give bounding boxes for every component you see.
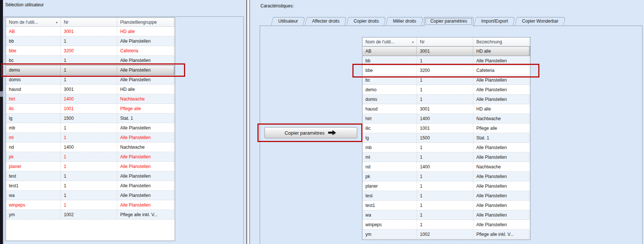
table-cell: AB	[362, 46, 417, 56]
table-cell: 1	[417, 75, 473, 85]
table-cell: Alle Planstellen	[473, 95, 529, 104]
table-cell: Alle Planstellen	[473, 143, 529, 152]
table-row[interactable]: winpeps1Alle Planstellen	[6, 200, 175, 210]
table-cell: Pflege alle inkl. V...	[473, 230, 529, 239]
table-row[interactable]: bbe3200Cafeteria	[6, 46, 175, 56]
table-cell: test1	[362, 201, 417, 210]
table-cell: HD alle	[473, 104, 529, 114]
table-row[interactable]: planer1Alle Planstellen	[6, 162, 175, 171]
table-row[interactable]: wa1Alle Planstellen	[362, 210, 530, 220]
table-cell: Alle Planstellen	[117, 162, 174, 171]
table-row[interactable]: mb1Alle Planstellen	[6, 123, 175, 133]
table-cell: Alle Planstellen	[117, 36, 174, 46]
table-row[interactable]: domis1Alle Planstellen	[362, 95, 530, 104]
table-cell: ml	[362, 152, 417, 162]
table-cell: test1	[6, 181, 61, 191]
table-cell: bbe	[362, 66, 417, 75]
table-cell: Alle Planstellen	[117, 152, 174, 162]
table-cell: Nachtwache	[117, 94, 174, 104]
table-cell: Cafeteria	[473, 66, 529, 75]
column-header-label: Nom de l'utili...	[365, 39, 394, 44]
column-header[interactable]: Bezeichnung	[473, 37, 529, 46]
table-cell: 1002	[417, 230, 473, 239]
table-cell: Nachtwache	[473, 162, 529, 172]
column-header[interactable]: Nr	[417, 37, 473, 46]
user-selection-table[interactable]: Nom de l'utili...▲NrPlanstelllengruppeAB…	[6, 17, 175, 241]
column-header[interactable]: Nr	[61, 18, 117, 26]
table-row[interactable]: test1Alle Planstellen	[362, 191, 530, 201]
table-cell: wa	[6, 191, 61, 200]
column-header[interactable]: Nom de l'utili...▲	[362, 37, 417, 46]
column-header-label: Nr	[420, 39, 425, 44]
table-row[interactable]: test11Alle Planstellen	[6, 181, 175, 191]
table-row[interactable]: ym1002Pflege alle inkl. V...	[362, 230, 530, 239]
table-row[interactable]: hirt1400Nachtwache	[6, 94, 175, 104]
table-row[interactable]: ym1002Pflege alle inkl. V...	[6, 210, 175, 220]
table-row[interactable]: pk1Alle Planstellen	[362, 172, 530, 181]
table-row[interactable]: winpeps1Alle Planstellen	[362, 220, 530, 230]
table-cell: 1	[61, 200, 117, 210]
table-cell: bb	[6, 36, 61, 46]
table-cell: Alle Planstellen	[473, 172, 529, 181]
table-row[interactable]: hausd3001HD alle	[6, 85, 175, 94]
table-cell: Stat. 1	[117, 113, 174, 123]
table-row[interactable]: bb1Alle Planstellen	[362, 56, 530, 66]
table-row[interactable]: AB3001HD alle	[362, 46, 530, 56]
table-cell: 1	[61, 36, 117, 46]
copy-target-table[interactable]: Nom de l'utili...▲NrBezeichnungAB3001HD …	[362, 37, 530, 240]
table-cell: 3001	[61, 27, 117, 36]
table-row[interactable]: ml1Alle Planstellen	[362, 152, 530, 162]
column-header-label: Nom de l'utili...	[9, 20, 38, 25]
table-row[interactable]: demo1Alle Planstellen	[362, 85, 530, 95]
table-row[interactable]: test1Alle Planstellen	[6, 171, 175, 181]
column-header[interactable]: Nom de l'utili...▲	[6, 18, 61, 26]
table-row[interactable]: planer1Alle Planstellen	[362, 181, 530, 191]
tab-m-ler-droits[interactable]: Mêler droits	[387, 17, 423, 26]
table-row[interactable]: ilic1001Pflege alle	[362, 123, 530, 133]
tab-copier-param-tres[interactable]: Copier paramètres	[424, 17, 473, 26]
table-cell: Alle Planstellen	[473, 220, 529, 230]
table-row[interactable]: nd1400Nachtwache	[362, 162, 530, 172]
table-row[interactable]: lg1500Stat. 1	[362, 133, 530, 143]
table-cell: 1	[417, 172, 473, 181]
table-row[interactable]: AB3001HD alle	[6, 27, 175, 36]
table-row[interactable]: hirt1400Nachtwache	[362, 114, 530, 123]
table-row[interactable]: wa1Alle Planstellen	[6, 191, 175, 200]
column-header[interactable]: Planstelllengruppe	[117, 18, 174, 26]
table-row[interactable]: ml1Alle Planstellen	[6, 133, 175, 142]
table-cell: 1400	[61, 142, 117, 152]
table-row[interactable]: test11Alle Planstellen	[362, 201, 530, 210]
pane-splitter[interactable]	[246, 0, 250, 244]
table-cell: 1400	[61, 94, 117, 104]
table-row[interactable]: domis1Alle Planstellen	[6, 75, 175, 85]
table-cell: winpeps	[6, 200, 61, 210]
table-cell: 1	[417, 181, 473, 191]
table-row[interactable]: bc1Alle Planstellen	[6, 56, 175, 65]
table-row[interactable]: mb1Alle Planstellen	[362, 143, 530, 152]
table-cell: 1500	[417, 133, 473, 143]
table-cell: ym	[6, 210, 61, 220]
table-cell: nd	[362, 162, 417, 172]
table-row[interactable]: bb1Alle Planstellen	[6, 36, 175, 46]
tab-copier-droits[interactable]: Copier droits	[347, 17, 385, 26]
tab-copier-wonderbar[interactable]: Copier Wonderbar	[516, 17, 565, 26]
table-row[interactable]: ilic1001Pflege alle	[6, 104, 175, 113]
tab-utilisateur[interactable]: Utilisateur	[272, 17, 304, 26]
tab-import-export[interactable]: Import/Export	[475, 17, 514, 26]
table-cell: planer	[6, 162, 61, 171]
table-cell: Alle Planstellen	[473, 191, 529, 201]
tab-affecter-droits[interactable]: Affecter droits	[306, 17, 346, 26]
table-row[interactable]: demo1Alle Planstellen	[6, 65, 175, 75]
table-cell: HD alle	[473, 46, 529, 56]
table-row[interactable]: bbe3200Cafeteria	[362, 66, 530, 75]
table-row[interactable]: hausd3001HD alle	[362, 104, 530, 114]
table-cell: hirt	[362, 114, 417, 123]
table-row[interactable]: pk1Alle Planstellen	[6, 152, 175, 162]
table-row[interactable]: nd1400Nachtwache	[6, 142, 175, 152]
table-row[interactable]: bc1Alle Planstellen	[362, 75, 530, 85]
table-cell: 1	[417, 85, 473, 95]
table-row[interactable]: lg1500Stat. 1	[6, 113, 175, 123]
sort-asc-icon: ▲	[55, 21, 58, 23]
table-cell: test	[362, 191, 417, 201]
column-header-label: Planstelllengruppe	[120, 20, 157, 25]
